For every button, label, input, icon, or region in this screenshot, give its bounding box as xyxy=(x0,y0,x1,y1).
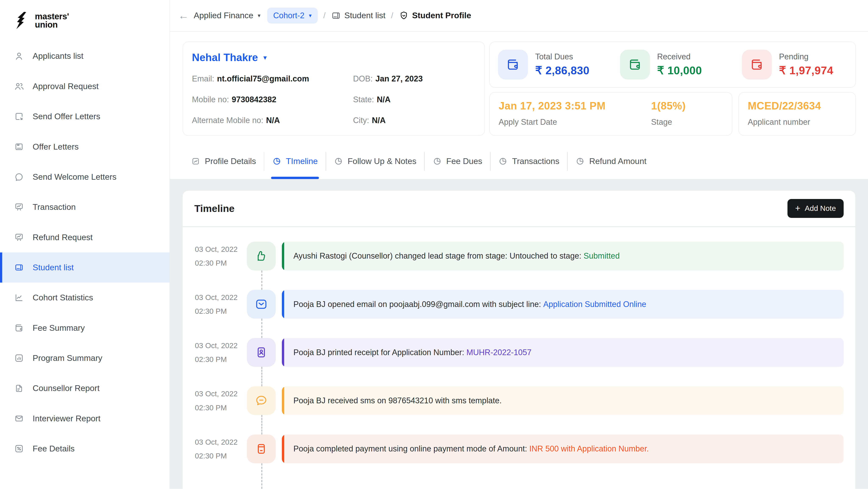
sidebar-item-label: Program Summary xyxy=(33,353,102,363)
sidebar-item-cohort-statistics[interactable]: Cohort Statistics xyxy=(0,283,169,313)
application-meta-row: Jan 17, 2023 3:51 PM Apply Start Date 1(… xyxy=(489,92,856,136)
thumbs-up-icon xyxy=(247,242,276,270)
certificate-icon xyxy=(14,142,24,152)
document-icon xyxy=(14,383,24,394)
breadcrumb-cohort-dropdown[interactable]: Cohort-2 ▾ xyxy=(267,8,318,23)
field-city: City:N/A xyxy=(353,116,476,125)
apply-start-date-label: Apply Start Date xyxy=(499,118,651,127)
sidebar-item-offer-letters[interactable]: Offer Letters xyxy=(0,132,169,162)
sms-bubble-icon xyxy=(247,386,276,415)
apply-start-date: Jan 17, 2023 3:51 PM Apply Start Date xyxy=(499,100,651,135)
sidebar-item-fee-summary[interactable]: Fee Summary xyxy=(0,313,169,343)
mail-icon xyxy=(247,290,276,319)
app-window: masters'union Applicants list Approval R… xyxy=(0,0,868,489)
stat-total-dues: Total Dues ₹ 2,86,830 xyxy=(498,50,620,80)
tab-label: Transactions xyxy=(512,156,559,166)
sidebar-item-refund-request[interactable]: Refund Request xyxy=(0,222,169,252)
presentation-chart-icon xyxy=(14,232,24,243)
person-icon xyxy=(14,51,24,61)
timeline-connector xyxy=(261,415,262,434)
people-icon xyxy=(14,81,24,92)
profile-badge-icon xyxy=(399,10,409,21)
sidebar-item-applicants-list[interactable]: Applicants list xyxy=(0,41,169,71)
pie-chart-icon xyxy=(498,156,507,166)
sidebar-item-interviewer-report[interactable]: Interviewer Report xyxy=(0,403,169,434)
entry-message: Pooja BJ received sms on 9876543210 with… xyxy=(282,386,844,415)
tab-transactions[interactable]: Transactions xyxy=(491,144,567,179)
sidebar-item-label: Applicants list xyxy=(33,51,84,61)
timeline-header: Timeline + Add Note xyxy=(183,191,855,226)
stat-pending: Pending ₹ 1,97,974 xyxy=(742,50,847,80)
sidebar-item-approval-request[interactable]: Approval Request xyxy=(0,71,169,102)
fees-summary-column: Total Dues ₹ 2,86,830 Received ₹ 10,000 xyxy=(489,41,856,136)
sidebar-item-label: Interviewer Report xyxy=(33,414,100,423)
percent-icon xyxy=(14,443,24,454)
tab-label: TImeline xyxy=(286,156,318,166)
student-name-dropdown[interactable]: Nehal Thakre ▾ xyxy=(192,51,476,64)
sidebar-item-send-welcome-letters[interactable]: Send Welcome Letters xyxy=(0,162,169,192)
student-list-label: Student list xyxy=(344,11,385,20)
sidebar-item-send-offer-letters[interactable]: Send Offer Letters xyxy=(0,102,169,132)
timeline-connector xyxy=(261,367,262,386)
stat-value: ₹ 10,000 xyxy=(657,64,702,77)
tab-timeline[interactable]: TImeline xyxy=(264,144,326,179)
timeline-connector xyxy=(261,270,262,290)
sidebar-item-label: Counsellor Report xyxy=(33,383,100,393)
entry-timestamp: 03 Oct, 202202:30 PM xyxy=(195,242,247,270)
breadcrumb-program-dropdown[interactable]: Applied Finance ▾ xyxy=(194,11,260,20)
stage-label: Stage xyxy=(651,118,723,127)
sidebar-item-label: Transaction xyxy=(33,202,76,212)
stat-label: Pending xyxy=(779,52,833,61)
stat-value: ₹ 1,97,974 xyxy=(779,64,833,77)
sidebar-item-transaction[interactable]: Transaction xyxy=(0,192,169,222)
entry-highlight: INR 500 with Application Number. xyxy=(529,444,649,453)
tab-follow-up-notes[interactable]: Follow Up & Notes xyxy=(326,144,424,179)
sidebar-item-label: Send Offer Letters xyxy=(33,112,100,121)
breadcrumb-student-list[interactable]: Student list xyxy=(331,10,385,21)
timeline-entry-payment-completed: 03 Oct, 202202:30 PM Pooja completed pay… xyxy=(195,434,844,463)
breadcrumb-header: ← Applied Finance ▾ Cohort-2 ▾ / Student… xyxy=(170,0,868,32)
entry-timestamp: 03 Oct, 202202:30 PM xyxy=(195,435,247,463)
sidebar-item-student-list[interactable]: Student list xyxy=(0,253,169,283)
sidebar-item-counsellor-report[interactable]: Counsellor Report xyxy=(0,373,169,403)
sidebar-item-label: Approval Request xyxy=(33,82,98,91)
sidebar-item-label: Cohort Statistics xyxy=(33,293,93,302)
brand-logo: masters'union xyxy=(13,9,169,31)
tab-refund-amount[interactable]: Refund Amount xyxy=(568,144,654,179)
stage-value: 1(85%) xyxy=(651,100,723,112)
pie-chart-icon xyxy=(575,156,585,166)
timeline-entry-receipt-printed: 03 Oct, 202202:30 PM Pooja BJ printed re… xyxy=(195,338,844,367)
stat-label: Received xyxy=(657,52,702,61)
entry-highlight: MUHR-2022-1057 xyxy=(466,348,531,357)
field-alt-mobile: Alternate Mobile no:N/A xyxy=(192,116,353,125)
tab-profile-details[interactable]: Profile Details xyxy=(183,144,264,179)
chart-square-icon xyxy=(191,156,200,166)
add-note-button[interactable]: + Add Note xyxy=(787,199,844,218)
student-name: Nehal Thakre xyxy=(192,51,258,64)
program-label: Applied Finance xyxy=(194,11,253,20)
card-list-icon xyxy=(331,10,341,21)
entry-message: Pooja completed payment using online pay… xyxy=(282,434,844,463)
entry-message: Ayushi Rastogi (Counsellor) changed lead… xyxy=(282,242,844,270)
field-state: State:N/A xyxy=(353,95,476,104)
tab-label: Refund Amount xyxy=(589,156,647,166)
timeline-entry-sms-received: 03 Oct, 202202:30 PM Pooja BJ received s… xyxy=(195,386,844,415)
main-area: ← Applied Finance ▾ Cohort-2 ▾ / Student… xyxy=(170,0,868,489)
tab-content-area: Timeline + Add Note 03 Oct, 202202:30 PM xyxy=(170,179,868,489)
tab-fee-dues[interactable]: Fee Dues xyxy=(425,144,490,179)
tab-label: Profile Details xyxy=(205,156,256,166)
breadcrumb-separator: / xyxy=(323,11,326,20)
sidebar-item-program-summary[interactable]: Program Summary xyxy=(0,343,169,373)
tab-label: Follow Up & Notes xyxy=(347,156,416,166)
sidebar-item-label: Refund Request xyxy=(33,233,93,242)
stat-received: Received ₹ 10,000 xyxy=(620,50,742,80)
chevron-down-icon: ▾ xyxy=(258,12,260,19)
back-button[interactable]: ← xyxy=(178,9,189,22)
student-fields: Email:nt.official75@gmail.com DOB:Jan 27… xyxy=(192,74,476,125)
entry-highlight: Application Submitted Online xyxy=(544,300,646,309)
add-note-label: Add Note xyxy=(805,204,836,212)
sidebar-item-fee-details[interactable]: Fee Details xyxy=(0,434,169,464)
timeline-title: Timeline xyxy=(194,203,235,214)
receipt-person-icon xyxy=(247,338,276,367)
timeline-connector xyxy=(261,463,262,489)
